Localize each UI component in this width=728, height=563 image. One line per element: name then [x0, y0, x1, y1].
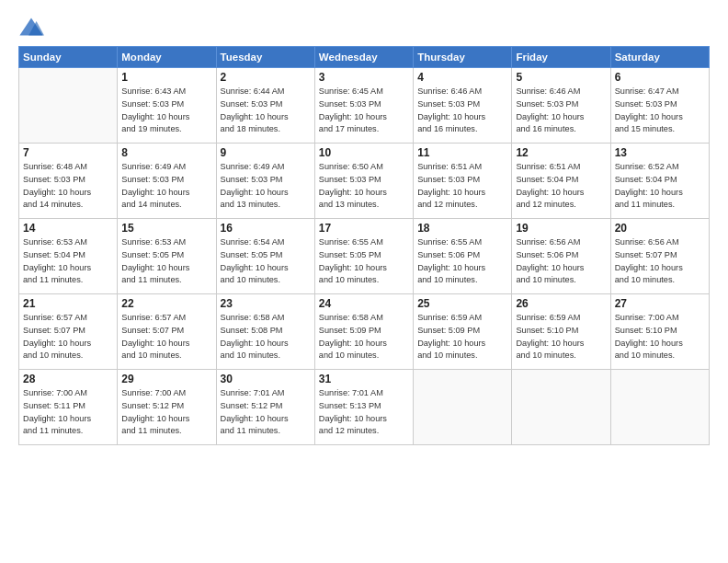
day-number: 20	[615, 222, 705, 235]
calendar-cell: 30Sunrise: 7:01 AM Sunset: 5:12 PM Dayli…	[216, 370, 314, 445]
day-number: 30	[221, 373, 311, 385]
calendar-cell: 11Sunrise: 6:51 AM Sunset: 5:03 PM Dayli…	[414, 144, 512, 219]
day-info: Sunrise: 6:55 AM Sunset: 5:06 PM Dayligh…	[417, 236, 507, 287]
calendar-cell: 3Sunrise: 6:45 AM Sunset: 5:03 PM Daylig…	[314, 68, 413, 144]
calendar-cell: 20Sunrise: 6:56 AM Sunset: 5:07 PM Dayli…	[610, 219, 709, 294]
weekday-header-friday: Friday	[512, 47, 610, 68]
day-number: 8	[121, 146, 211, 159]
calendar-cell: 19Sunrise: 6:56 AM Sunset: 5:06 PM Dayli…	[512, 219, 610, 294]
day-number: 22	[121, 297, 211, 310]
day-number: 11	[417, 146, 507, 159]
calendar-cell: 13Sunrise: 6:52 AM Sunset: 5:04 PM Dayli…	[610, 144, 709, 219]
calendar-cell	[414, 370, 512, 445]
calendar-cell: 29Sunrise: 7:00 AM Sunset: 5:12 PM Dayli…	[118, 370, 216, 445]
day-number: 7	[23, 146, 113, 159]
day-info: Sunrise: 6:57 AM Sunset: 5:07 PM Dayligh…	[23, 312, 113, 362]
calendar-cell: 18Sunrise: 6:55 AM Sunset: 5:06 PM Dayli…	[414, 219, 512, 294]
calendar-week-row: 7Sunrise: 6:48 AM Sunset: 5:03 PM Daylig…	[19, 144, 710, 219]
calendar-table: SundayMondayTuesdayWednesdayThursdayFrid…	[18, 46, 710, 445]
day-number: 2	[221, 71, 311, 84]
day-info: Sunrise: 6:57 AM Sunset: 5:07 PM Dayligh…	[121, 312, 211, 362]
day-number: 23	[221, 297, 311, 310]
calendar-cell: 21Sunrise: 6:57 AM Sunset: 5:07 PM Dayli…	[19, 294, 118, 370]
weekday-header-thursday: Thursday	[414, 47, 512, 68]
calendar-cell: 31Sunrise: 7:01 AM Sunset: 5:13 PM Dayli…	[314, 370, 413, 445]
day-info: Sunrise: 6:52 AM Sunset: 5:04 PM Dayligh…	[615, 161, 705, 212]
calendar-cell: 24Sunrise: 6:58 AM Sunset: 5:09 PM Dayli…	[314, 294, 413, 370]
day-number: 21	[23, 297, 113, 310]
day-info: Sunrise: 6:45 AM Sunset: 5:03 PM Dayligh…	[319, 86, 409, 136]
day-number: 9	[221, 146, 311, 159]
calendar-cell: 27Sunrise: 7:00 AM Sunset: 5:10 PM Dayli…	[610, 294, 709, 370]
day-info: Sunrise: 6:48 AM Sunset: 5:03 PM Dayligh…	[23, 161, 113, 212]
calendar-cell: 26Sunrise: 6:59 AM Sunset: 5:10 PM Dayli…	[512, 294, 610, 370]
day-info: Sunrise: 6:56 AM Sunset: 5:06 PM Dayligh…	[516, 236, 606, 287]
day-info: Sunrise: 6:58 AM Sunset: 5:08 PM Dayligh…	[221, 312, 311, 362]
calendar-cell: 7Sunrise: 6:48 AM Sunset: 5:03 PM Daylig…	[19, 144, 118, 219]
calendar-cell: 15Sunrise: 6:53 AM Sunset: 5:05 PM Dayli…	[118, 219, 216, 294]
day-number: 27	[615, 297, 705, 310]
day-number: 6	[615, 71, 705, 84]
calendar-cell: 25Sunrise: 6:59 AM Sunset: 5:09 PM Dayli…	[414, 294, 512, 370]
day-info: Sunrise: 6:46 AM Sunset: 5:03 PM Dayligh…	[417, 86, 507, 136]
calendar-cell	[610, 370, 709, 445]
day-info: Sunrise: 7:01 AM Sunset: 5:12 PM Dayligh…	[221, 387, 311, 438]
day-info: Sunrise: 6:49 AM Sunset: 5:03 PM Dayligh…	[121, 161, 211, 212]
calendar-cell: 22Sunrise: 6:57 AM Sunset: 5:07 PM Dayli…	[118, 294, 216, 370]
weekday-header-sunday: Sunday	[19, 47, 118, 68]
calendar-cell: 2Sunrise: 6:44 AM Sunset: 5:03 PM Daylig…	[216, 68, 314, 144]
calendar-cell: 5Sunrise: 6:46 AM Sunset: 5:03 PM Daylig…	[512, 68, 610, 144]
calendar-cell: 17Sunrise: 6:55 AM Sunset: 5:05 PM Dayli…	[314, 219, 413, 294]
day-number: 3	[319, 71, 409, 84]
calendar-cell	[512, 370, 610, 445]
day-number: 18	[417, 222, 507, 235]
calendar-cell: 6Sunrise: 6:47 AM Sunset: 5:03 PM Daylig…	[610, 68, 709, 144]
day-info: Sunrise: 6:47 AM Sunset: 5:03 PM Dayligh…	[615, 86, 705, 136]
day-info: Sunrise: 6:49 AM Sunset: 5:03 PM Dayligh…	[221, 161, 311, 212]
day-info: Sunrise: 7:00 AM Sunset: 5:12 PM Dayligh…	[121, 387, 211, 438]
day-info: Sunrise: 6:43 AM Sunset: 5:03 PM Dayligh…	[121, 86, 211, 136]
day-info: Sunrise: 6:44 AM Sunset: 5:03 PM Dayligh…	[221, 86, 311, 136]
day-number: 13	[615, 146, 705, 159]
day-number: 16	[221, 222, 311, 235]
calendar-week-row: 1Sunrise: 6:43 AM Sunset: 5:03 PM Daylig…	[19, 68, 710, 144]
calendar-cell	[19, 68, 118, 144]
day-number: 14	[23, 222, 113, 235]
day-info: Sunrise: 7:00 AM Sunset: 5:10 PM Dayligh…	[615, 312, 705, 362]
weekday-header-tuesday: Tuesday	[216, 47, 314, 68]
calendar-cell: 8Sunrise: 6:49 AM Sunset: 5:03 PM Daylig…	[118, 144, 216, 219]
calendar-cell: 16Sunrise: 6:54 AM Sunset: 5:05 PM Dayli…	[216, 219, 314, 294]
calendar-week-row: 14Sunrise: 6:53 AM Sunset: 5:04 PM Dayli…	[19, 219, 710, 294]
calendar-week-row: 21Sunrise: 6:57 AM Sunset: 5:07 PM Dayli…	[19, 294, 710, 370]
day-number: 12	[516, 146, 606, 159]
calendar-cell: 14Sunrise: 6:53 AM Sunset: 5:04 PM Dayli…	[19, 219, 118, 294]
calendar-cell: 12Sunrise: 6:51 AM Sunset: 5:04 PM Dayli…	[512, 144, 610, 219]
page-container: SundayMondayTuesdayWednesdayThursdayFrid…	[0, 0, 728, 563]
day-info: Sunrise: 6:50 AM Sunset: 5:03 PM Dayligh…	[319, 161, 409, 212]
day-number: 17	[319, 222, 409, 235]
day-number: 28	[23, 373, 113, 385]
day-info: Sunrise: 6:53 AM Sunset: 5:04 PM Dayligh…	[23, 236, 113, 287]
day-number: 31	[319, 373, 409, 385]
day-info: Sunrise: 6:51 AM Sunset: 5:04 PM Dayligh…	[516, 161, 606, 212]
calendar-body: 1Sunrise: 6:43 AM Sunset: 5:03 PM Daylig…	[19, 68, 710, 445]
day-number: 25	[417, 297, 507, 310]
calendar-cell: 9Sunrise: 6:49 AM Sunset: 5:03 PM Daylig…	[216, 144, 314, 219]
day-info: Sunrise: 7:01 AM Sunset: 5:13 PM Dayligh…	[319, 387, 409, 438]
day-info: Sunrise: 6:51 AM Sunset: 5:03 PM Dayligh…	[417, 161, 507, 212]
day-info: Sunrise: 6:59 AM Sunset: 5:10 PM Dayligh…	[516, 312, 606, 362]
day-number: 15	[121, 222, 211, 235]
calendar-cell: 1Sunrise: 6:43 AM Sunset: 5:03 PM Daylig…	[118, 68, 216, 144]
day-info: Sunrise: 6:53 AM Sunset: 5:05 PM Dayligh…	[121, 236, 211, 287]
day-info: Sunrise: 6:46 AM Sunset: 5:03 PM Dayligh…	[516, 86, 606, 136]
calendar-cell: 10Sunrise: 6:50 AM Sunset: 5:03 PM Dayli…	[314, 144, 413, 219]
calendar-cell: 4Sunrise: 6:46 AM Sunset: 5:03 PM Daylig…	[414, 68, 512, 144]
day-info: Sunrise: 6:58 AM Sunset: 5:09 PM Dayligh…	[319, 312, 409, 362]
day-number: 1	[121, 71, 211, 84]
day-info: Sunrise: 6:59 AM Sunset: 5:09 PM Dayligh…	[417, 312, 507, 362]
header	[18, 15, 710, 40]
weekday-header-monday: Monday	[118, 47, 216, 68]
calendar-week-row: 28Sunrise: 7:00 AM Sunset: 5:11 PM Dayli…	[19, 370, 710, 445]
day-number: 26	[516, 297, 606, 310]
weekday-header-row: SundayMondayTuesdayWednesdayThursdayFrid…	[19, 47, 710, 68]
